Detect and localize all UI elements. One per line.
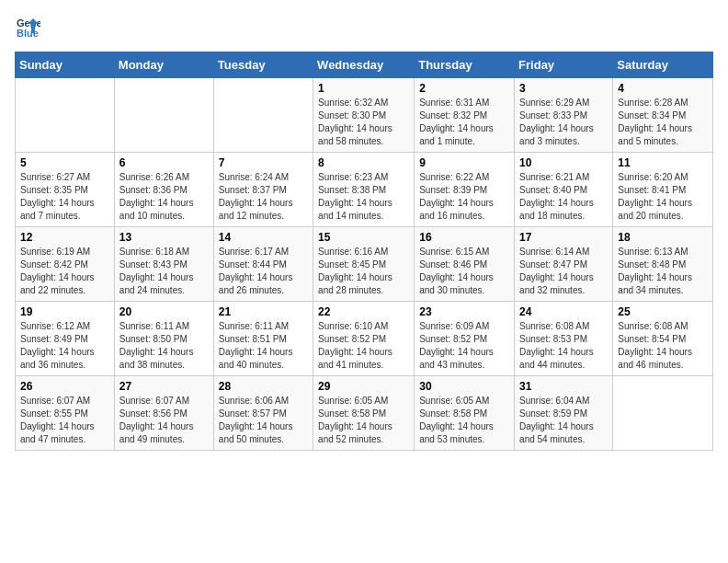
day-info-text: Daylight: 14 hours and 30 minutes.: [419, 271, 509, 297]
day-info-text: Sunset: 8:46 PM: [419, 259, 509, 271]
day-info-text: Sunrise: 6:04 AM: [519, 395, 608, 408]
day-number: 12: [20, 231, 109, 244]
calendar-cell: 6Sunrise: 6:26 AMSunset: 8:36 PMDaylight…: [114, 153, 213, 227]
day-info-text: Sunset: 8:40 PM: [519, 184, 608, 197]
calendar-cell: 25Sunrise: 6:08 AMSunset: 8:54 PMDayligh…: [613, 302, 713, 376]
day-info-text: Sunset: 8:56 PM: [119, 408, 209, 420]
calendar-cell: 29Sunrise: 6:05 AMSunset: 8:58 PMDayligh…: [313, 376, 415, 451]
day-info-text: Sunset: 8:52 PM: [318, 333, 409, 346]
page-header: General Blue: [15, 15, 713, 40]
day-info-text: Sunset: 8:58 PM: [318, 408, 409, 420]
calendar-cell: 19Sunrise: 6:12 AMSunset: 8:49 PMDayligh…: [16, 302, 115, 376]
day-info-text: Sunrise: 6:10 AM: [318, 320, 409, 333]
day-info-text: Daylight: 14 hours and 49 minutes.: [119, 420, 209, 446]
day-number: 8: [318, 156, 409, 169]
day-info-text: Daylight: 14 hours and 52 minutes.: [318, 420, 409, 446]
day-number: 14: [219, 231, 308, 244]
calendar-cell: [613, 376, 713, 451]
calendar-cell: 24Sunrise: 6:08 AMSunset: 8:53 PMDayligh…: [515, 302, 613, 376]
day-number: 6: [119, 156, 209, 169]
day-info-text: Sunset: 8:39 PM: [419, 184, 509, 197]
day-info-text: Sunset: 8:47 PM: [519, 259, 608, 271]
calendar-cell: 23Sunrise: 6:09 AMSunset: 8:52 PMDayligh…: [415, 302, 515, 376]
calendar-cell: 12Sunrise: 6:19 AMSunset: 8:42 PMDayligh…: [16, 227, 115, 302]
calendar-cell: 28Sunrise: 6:06 AMSunset: 8:57 PMDayligh…: [213, 376, 313, 451]
calendar-table: SundayMondayTuesdayWednesdayThursdayFrid…: [15, 52, 713, 451]
day-info-text: Daylight: 14 hours and 41 minutes.: [318, 346, 409, 372]
calendar-cell: 18Sunrise: 6:13 AMSunset: 8:48 PMDayligh…: [613, 227, 713, 302]
day-number: 29: [318, 380, 409, 393]
day-info-text: Daylight: 14 hours and 24 minutes.: [119, 271, 209, 297]
calendar-cell: 13Sunrise: 6:18 AMSunset: 8:43 PMDayligh…: [114, 227, 213, 302]
day-info-text: Daylight: 14 hours and 28 minutes.: [318, 271, 409, 297]
day-info-text: Sunset: 8:35 PM: [20, 184, 109, 197]
day-info-text: Sunset: 8:38 PM: [318, 184, 409, 197]
day-info-text: Sunset: 8:54 PM: [618, 333, 708, 346]
calendar-cell: 2Sunrise: 6:31 AMSunset: 8:32 PMDaylight…: [415, 78, 515, 153]
svg-text:Blue: Blue: [17, 28, 39, 39]
day-info-text: Daylight: 14 hours and 14 minutes.: [318, 197, 409, 223]
day-info-text: Sunset: 8:59 PM: [519, 408, 608, 420]
day-info-text: Sunrise: 6:21 AM: [519, 171, 608, 184]
day-info-text: Sunrise: 6:32 AM: [318, 97, 409, 109]
calendar-cell: 30Sunrise: 6:05 AMSunset: 8:58 PMDayligh…: [415, 376, 515, 451]
day-info-text: Sunset: 8:44 PM: [219, 259, 308, 271]
calendar-cell: 16Sunrise: 6:15 AMSunset: 8:46 PMDayligh…: [415, 227, 515, 302]
calendar-cell: [213, 78, 313, 153]
calendar-cell: 22Sunrise: 6:10 AMSunset: 8:52 PMDayligh…: [313, 302, 415, 376]
day-info-text: Sunrise: 6:08 AM: [618, 320, 708, 333]
day-info-text: Sunset: 8:41 PM: [618, 184, 708, 197]
calendar-cell: [114, 78, 213, 153]
day-info-text: Daylight: 14 hours and 47 minutes.: [20, 420, 109, 446]
day-number: 15: [318, 231, 409, 244]
day-info-text: Sunrise: 6:07 AM: [119, 395, 209, 408]
day-info-text: Sunrise: 6:08 AM: [519, 320, 608, 333]
day-number: 13: [119, 231, 209, 244]
day-number: 20: [119, 305, 209, 318]
calendar-week-row: 26Sunrise: 6:07 AMSunset: 8:55 PMDayligh…: [16, 376, 713, 451]
calendar-week-row: 12Sunrise: 6:19 AMSunset: 8:42 PMDayligh…: [16, 227, 713, 302]
day-info-text: Daylight: 14 hours and 43 minutes.: [419, 346, 509, 372]
day-info-text: Sunrise: 6:12 AM: [20, 320, 109, 333]
day-info-text: Sunrise: 6:26 AM: [119, 171, 209, 184]
weekday-header: Tuesday: [213, 52, 313, 78]
weekday-header: Thursday: [415, 52, 515, 78]
logo-icon: General Blue: [15, 15, 40, 40]
day-number: 10: [519, 156, 608, 169]
day-info-text: Sunrise: 6:29 AM: [519, 97, 608, 109]
day-number: 2: [419, 82, 509, 95]
calendar-week-row: 5Sunrise: 6:27 AMSunset: 8:35 PMDaylight…: [16, 153, 713, 227]
weekday-header: Wednesday: [313, 52, 415, 78]
calendar-cell: 8Sunrise: 6:23 AMSunset: 8:38 PMDaylight…: [313, 153, 415, 227]
day-info-text: Sunrise: 6:22 AM: [419, 171, 509, 184]
day-info-text: Daylight: 14 hours and 20 minutes.: [618, 197, 708, 223]
day-info-text: Daylight: 14 hours and 16 minutes.: [419, 197, 509, 223]
day-info-text: Sunrise: 6:05 AM: [419, 395, 509, 408]
day-info-text: Daylight: 14 hours and 44 minutes.: [519, 346, 608, 372]
day-info-text: Sunset: 8:30 PM: [318, 109, 409, 122]
weekday-header: Friday: [515, 52, 613, 78]
day-info-text: Sunrise: 6:06 AM: [219, 395, 308, 408]
calendar-cell: 26Sunrise: 6:07 AMSunset: 8:55 PMDayligh…: [16, 376, 115, 451]
day-info-text: Sunset: 8:55 PM: [20, 408, 109, 420]
day-number: 31: [519, 380, 608, 393]
day-info-text: Daylight: 14 hours and 5 minutes.: [618, 122, 708, 148]
day-info-text: Sunrise: 6:14 AM: [519, 246, 608, 259]
calendar-cell: 9Sunrise: 6:22 AMSunset: 8:39 PMDaylight…: [415, 153, 515, 227]
day-number: 19: [20, 305, 109, 318]
day-info-text: Daylight: 14 hours and 3 minutes.: [519, 122, 608, 148]
day-info-text: Sunset: 8:48 PM: [618, 259, 708, 271]
day-info-text: Sunrise: 6:16 AM: [318, 246, 409, 259]
day-info-text: Daylight: 14 hours and 38 minutes.: [119, 346, 209, 372]
day-info-text: Daylight: 14 hours and 18 minutes.: [519, 197, 608, 223]
day-info-text: Sunset: 8:52 PM: [419, 333, 509, 346]
day-info-text: Sunset: 8:58 PM: [419, 408, 509, 420]
day-number: 16: [419, 231, 509, 244]
calendar-cell: [16, 78, 115, 153]
day-info-text: Sunrise: 6:24 AM: [219, 171, 308, 184]
day-info-text: Sunset: 8:57 PM: [219, 408, 308, 420]
day-info-text: Sunrise: 6:11 AM: [119, 320, 209, 333]
day-info-text: Daylight: 14 hours and 32 minutes.: [519, 271, 608, 297]
weekday-header: Saturday: [613, 52, 713, 78]
day-info-text: Sunrise: 6:05 AM: [318, 395, 409, 408]
